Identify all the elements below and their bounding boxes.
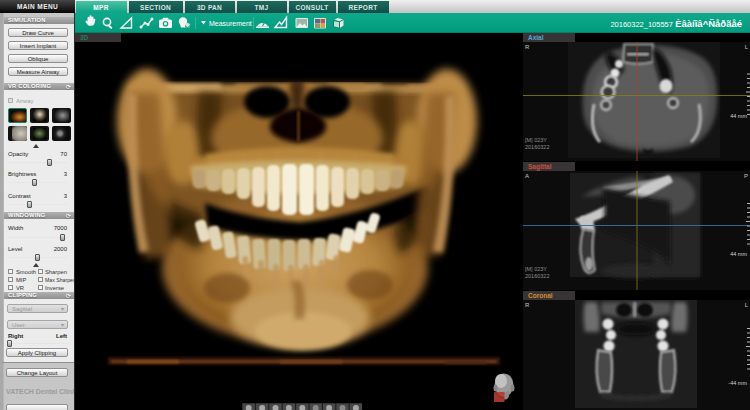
svg-text:Measurement: Measurement	[209, 20, 252, 27]
